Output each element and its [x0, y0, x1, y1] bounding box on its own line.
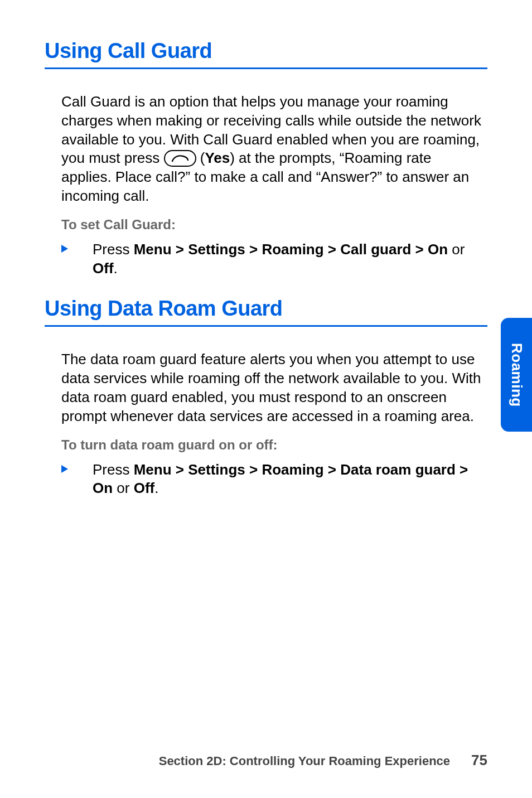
- bullet-triangle-icon: [61, 461, 93, 476]
- bullet-triangle-icon: [61, 240, 93, 255]
- bullet-text: Press Menu > Settings > Roaming > Data r…: [93, 461, 487, 499]
- bullet-call-guard: Press Menu > Settings > Roaming > Call g…: [61, 240, 487, 278]
- subheading-data-roam-toggle: To turn data roam guard on or off:: [61, 437, 487, 453]
- off-label: Off: [93, 260, 114, 277]
- yes-label: Yes: [205, 149, 230, 166]
- text-fragment: Press: [93, 241, 134, 258]
- svg-marker-0: [61, 245, 68, 253]
- heading-call-guard: Using Call Guard: [45, 39, 487, 69]
- side-tab-roaming: Roaming: [501, 318, 532, 432]
- text-fragment: or: [113, 480, 134, 496]
- svg-marker-1: [61, 465, 68, 473]
- page-footer: Section 2D: Controlling Your Roaming Exp…: [45, 752, 487, 769]
- menu-path: Menu > Settings > Roaming > Call guard >…: [134, 241, 448, 258]
- bullet-data-roam: Press Menu > Settings > Roaming > Data r…: [61, 461, 487, 499]
- text-fragment: (: [196, 149, 205, 166]
- text-fragment: .: [114, 260, 118, 277]
- footer-section-title: Section 2D: Controlling Your Roaming Exp…: [159, 754, 450, 768]
- text-fragment: or: [448, 241, 465, 258]
- text-fragment: Press: [93, 461, 134, 478]
- call-guard-paragraph: Call Guard is an option that helps you m…: [61, 93, 483, 206]
- off-label: Off: [134, 480, 155, 496]
- side-tab-label: Roaming: [508, 343, 525, 407]
- footer-page-number: 75: [471, 752, 487, 769]
- call-key-icon: [164, 150, 196, 167]
- text-fragment: .: [154, 480, 158, 496]
- data-roam-paragraph: The data roam guard feature alerts you w…: [61, 350, 483, 425]
- subheading-set-call-guard: To set Call Guard:: [61, 217, 487, 233]
- bullet-text: Press Menu > Settings > Roaming > Call g…: [93, 240, 487, 278]
- heading-data-roam-guard: Using Data Roam Guard: [45, 297, 487, 327]
